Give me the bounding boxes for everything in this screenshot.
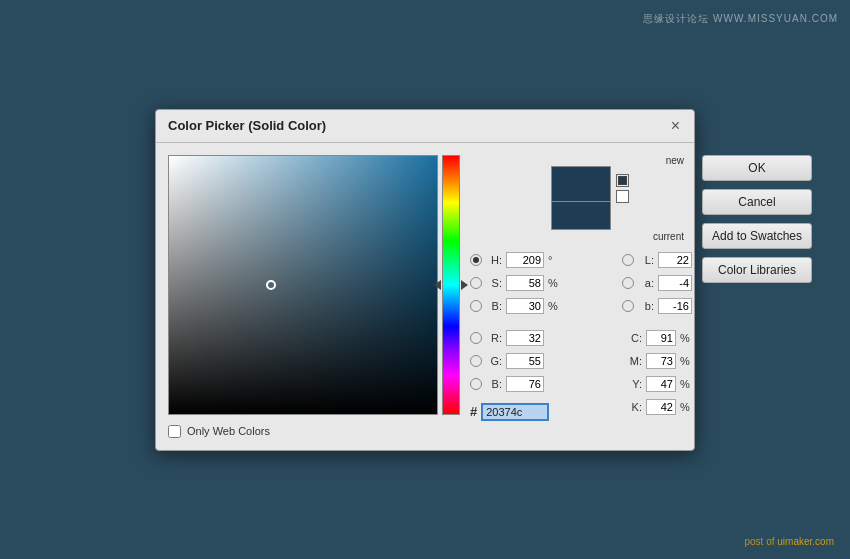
cancel-button[interactable]: Cancel [702, 189, 812, 215]
L-label: L: [638, 254, 654, 266]
B-rgb-radio[interactable] [470, 378, 482, 390]
middle-area: new current [470, 155, 692, 438]
R-input[interactable] [506, 330, 544, 346]
preview-block [551, 166, 611, 230]
hue-arrow-right [461, 280, 468, 290]
watermark-top: 思缘设计论坛 WWW.MISSYUAN.COM [643, 12, 838, 26]
B-row: B: % [470, 296, 610, 316]
dialog-body: Only Web Colors new [156, 143, 694, 450]
color-field-wrapper [168, 155, 460, 415]
G-label: G: [486, 355, 502, 367]
inputs-row: H: ° S: % B: [470, 248, 692, 421]
M-row: M: % [622, 351, 692, 371]
G-row: G: [470, 351, 610, 371]
dialog-close-button[interactable]: × [669, 118, 682, 134]
hsb-rgb-panel: H: ° S: % B: [470, 248, 610, 421]
K-unit: % [680, 401, 690, 413]
S-row: S: % [470, 273, 610, 293]
Y-row: Y: % [622, 374, 692, 394]
R-radio[interactable] [470, 332, 482, 344]
K-label: K: [622, 401, 642, 413]
K-row: K: % [622, 397, 692, 417]
C-label: C: [622, 332, 642, 344]
hex-row: # [470, 403, 610, 421]
new-color-swatch [551, 166, 611, 202]
G-input[interactable] [506, 353, 544, 369]
swatch-icons-group [616, 174, 629, 203]
watermark-bottom: post of uimaker.com [745, 536, 835, 547]
L-input[interactable] [658, 252, 692, 268]
color-libraries-button[interactable]: Color Libraries [702, 257, 812, 283]
right-panel: OK Cancel Add to Swatches Color Librarie… [702, 155, 817, 438]
G-radio[interactable] [470, 355, 482, 367]
C-row: C: % [622, 328, 692, 348]
B-label: B: [486, 300, 502, 312]
new-label: new [666, 155, 684, 166]
H-input[interactable] [506, 252, 544, 268]
S-input[interactable] [506, 275, 544, 291]
C-input[interactable] [646, 330, 676, 346]
a-radio[interactable] [622, 277, 634, 289]
a-input[interactable] [658, 275, 692, 291]
b-lab-label: b: [638, 300, 654, 312]
hex-label: # [470, 404, 477, 419]
current-label: current [653, 231, 684, 242]
ok-button[interactable]: OK [702, 155, 812, 181]
H-radio[interactable] [470, 254, 482, 266]
C-unit: % [680, 332, 690, 344]
foreground-swatch-icon [616, 174, 629, 187]
M-input[interactable] [646, 353, 676, 369]
dialog-titlebar: Color Picker (Solid Color) × [156, 110, 694, 143]
hue-slider[interactable] [442, 155, 460, 415]
color-preview-area: new current [470, 155, 692, 242]
R-label: R: [486, 332, 502, 344]
B-input[interactable] [506, 298, 544, 314]
Y-input[interactable] [646, 376, 676, 392]
R-row: R: [470, 328, 610, 348]
M-unit: % [680, 355, 690, 367]
left-panel: Only Web Colors [168, 155, 460, 438]
Y-label: Y: [622, 378, 642, 390]
L-row: L: [622, 250, 692, 270]
color-picker-dialog: Color Picker (Solid Color) × [155, 109, 695, 451]
S-radio[interactable] [470, 277, 482, 289]
Y-unit: % [680, 378, 690, 390]
M-label: M: [622, 355, 642, 367]
color-saturation-brightness-field[interactable] [168, 155, 438, 415]
H-unit: ° [548, 254, 560, 266]
current-color-swatch [551, 202, 611, 230]
H-row: H: ° [470, 250, 610, 270]
hue-slider-container [442, 155, 460, 415]
b-lab-input[interactable] [658, 298, 692, 314]
only-web-colors-checkbox[interactable] [168, 425, 181, 438]
B-radio[interactable] [470, 300, 482, 312]
lab-cmyk-panel: L: a: b: [622, 248, 692, 421]
only-web-colors-row: Only Web Colors [168, 425, 460, 438]
S-unit: % [548, 277, 560, 289]
b-lab-row: b: [622, 296, 692, 316]
B-rgb-row: B: [470, 374, 610, 394]
a-row: a: [622, 273, 692, 293]
hue-arrow-left [434, 280, 441, 290]
B-unit: % [548, 300, 560, 312]
H-label: H: [486, 254, 502, 266]
a-label: a: [638, 277, 654, 289]
background-swatch-icon [616, 190, 629, 203]
K-input[interactable] [646, 399, 676, 415]
L-radio[interactable] [622, 254, 634, 266]
b-lab-radio[interactable] [622, 300, 634, 312]
add-to-swatches-button[interactable]: Add to Swatches [702, 223, 812, 249]
only-web-colors-label: Only Web Colors [187, 425, 270, 437]
B-rgb-input[interactable] [506, 376, 544, 392]
B-rgb-label: B: [486, 378, 502, 390]
hex-input[interactable] [481, 403, 549, 421]
dialog-title: Color Picker (Solid Color) [168, 118, 326, 133]
color-gradient [169, 156, 437, 414]
S-label: S: [486, 277, 502, 289]
